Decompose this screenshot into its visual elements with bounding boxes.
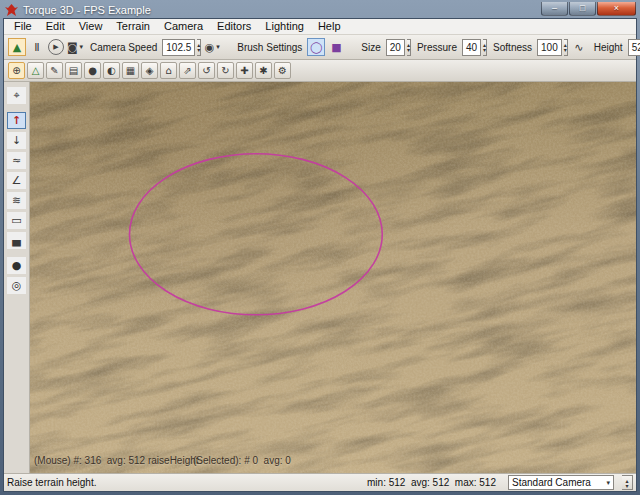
grab-terrain-icon: ⌖ <box>13 89 19 102</box>
height-input[interactable]: 520 <box>628 39 640 56</box>
rotate-cw-icon: ↻ <box>221 65 229 76</box>
gear-icon: ⚙ <box>278 65 287 76</box>
status-bar: Raise terrain height. min: 512 avg: 512 … <box>4 473 636 491</box>
terrain-editor-icon: ▲ <box>13 41 21 54</box>
smooth-button[interactable]: ≈ <box>7 152 26 169</box>
set-height-icon: ▄ <box>12 234 20 247</box>
stamp-tool-button[interactable]: ◈ <box>141 62 158 79</box>
maximize-button[interactable]: □ <box>569 2 596 16</box>
flatten-button[interactable]: ▭ <box>7 212 26 229</box>
smooth-slope-button[interactable]: ∠ <box>7 172 26 189</box>
grid-tool-button[interactable]: ▦ <box>122 62 139 79</box>
paint-tool-button[interactable]: ▤ <box>65 62 82 79</box>
spin-down-icon: ▾ <box>483 47 486 52</box>
camera-mode-spinner[interactable]: ▴ ▾ <box>622 475 633 490</box>
menu-lighting[interactable]: Lighting <box>258 19 311 34</box>
box-brush-button[interactable]: ■ <box>327 38 345 56</box>
camera-speed-input[interactable]: 102.5 <box>162 39 195 56</box>
pause-button[interactable]: Ⅱ <box>28 38 46 56</box>
rotate-ccw-button[interactable]: ↺ <box>198 62 215 79</box>
play-button[interactable]: ▶ <box>48 39 64 55</box>
app-window: Torque 3D - FPS Example – □ × File Edit … <box>0 0 640 495</box>
menu-view[interactable]: View <box>72 19 110 34</box>
smooth-slope-icon: ∠ <box>12 174 22 187</box>
set-height-button[interactable]: ▄ <box>7 232 26 249</box>
flatten-icon: ▭ <box>11 214 21 227</box>
camera-speed-spinner[interactable]: ▴ ▾ <box>197 39 201 56</box>
menu-file[interactable]: File <box>7 19 39 34</box>
menu-edit[interactable]: Edit <box>39 19 72 34</box>
play-icon: ▶ <box>53 43 58 51</box>
spin-down-icon: ▾ <box>407 47 410 52</box>
shelter-tool-button[interactable]: ⌂ <box>160 62 177 79</box>
camera-speed-label: Camera Speed <box>90 42 157 53</box>
minimize-button[interactable]: – <box>541 2 568 16</box>
wireframe-tool-button[interactable]: △ <box>27 62 44 79</box>
cross-tool-button[interactable]: ✚ <box>236 62 253 79</box>
restore-terrain-icon: ◎ <box>12 279 22 292</box>
menu-camera[interactable]: Camera <box>157 19 210 34</box>
eye-icon: ◉ <box>205 41 215 54</box>
stamp-icon: ◈ <box>146 65 154 76</box>
rotate-cw-button[interactable]: ↻ <box>217 62 234 79</box>
rotate-ccw-icon: ↺ <box>202 65 210 76</box>
shelter-icon: ⌂ <box>165 65 171 76</box>
falloff-curve-icon: ∿ <box>574 41 583 54</box>
zoom-tool-button[interactable]: ⊕ <box>8 62 25 79</box>
falloff-curve-button[interactable]: ∿ <box>570 38 588 56</box>
cross-icon: ✚ <box>240 65 248 76</box>
settings-tool-button[interactable]: ⚙ <box>274 62 291 79</box>
grab-terrain-button[interactable]: ⌖ <box>7 87 26 104</box>
pencil-icon: ✎ <box>50 65 58 76</box>
menu-editors[interactable]: Editors <box>210 19 258 34</box>
terrain-render <box>30 82 636 473</box>
dome-brush-button[interactable]: ◐ <box>103 62 120 79</box>
camera-menu-button[interactable]: ◙ ▾ <box>66 38 84 56</box>
height-label: Height <box>594 42 623 53</box>
box-brush-icon: ■ <box>331 41 341 54</box>
camera-mode-dropdown[interactable]: Standard Camera ▾ <box>508 475 614 490</box>
spin-down-icon: ▾ <box>564 47 567 52</box>
pencil-tool-button[interactable]: ✎ <box>46 62 63 79</box>
spin-down-icon: ▾ <box>197 47 200 52</box>
sphere-brush-button[interactable]: ● <box>84 62 101 79</box>
paint-noise-icon: ≋ <box>12 194 21 207</box>
lower-height-button[interactable]: ↓ <box>7 132 26 149</box>
camera-icon: ◙ <box>67 41 78 54</box>
paint-noise-button[interactable]: ≋ <box>7 192 26 209</box>
clear-terrain-icon: ● <box>12 259 22 272</box>
softness-label: Softness <box>493 42 532 53</box>
title-bar[interactable]: Torque 3D - FPS Example – □ × <box>0 0 640 18</box>
menu-terrain[interactable]: Terrain <box>109 19 157 34</box>
visibility-menu-button[interactable]: ◉ ▾ <box>203 38 221 56</box>
softness-spinner[interactable]: ▴ ▾ <box>564 39 568 56</box>
client-area: File Edit View Terrain Camera Editors Li… <box>3 18 637 492</box>
scatter-icon: ✱ <box>259 65 267 76</box>
terrain-viewport[interactable]: (Mouse) #: 316 avg: 512 raiseHeight (Sel… <box>30 82 636 473</box>
softness-input[interactable]: 100 <box>537 39 562 56</box>
dome-icon: ◐ <box>107 65 116 76</box>
circle-brush-button[interactable]: ◯ <box>307 38 325 56</box>
menu-help[interactable]: Help <box>311 19 348 34</box>
terrain-editor-button[interactable]: ▲ <box>8 38 26 56</box>
ramp-tool-button[interactable]: ⇗ <box>179 62 196 79</box>
window-controls: – □ × <box>541 2 636 16</box>
torque-logo-icon <box>5 4 18 16</box>
terrain-range-stats: min: 512 avg: 512 max: 512 <box>367 477 496 488</box>
restore-terrain-button[interactable]: ◎ <box>7 277 26 294</box>
scatter-tool-button[interactable]: ✱ <box>255 62 272 79</box>
clear-terrain-button[interactable]: ● <box>7 257 26 274</box>
lower-height-icon: ↓ <box>12 134 21 147</box>
sphere-icon: ● <box>88 65 97 76</box>
close-button[interactable]: × <box>597 2 636 16</box>
raise-height-icon: ↑ <box>12 114 21 127</box>
main-toolbar: ▲ Ⅱ ▶ ◙ ▾ Camera Speed 102.5 ▴ ▾ ◉ ▾ <box>4 35 636 60</box>
smooth-icon: ≈ <box>12 154 21 167</box>
raise-height-button[interactable]: ↑ <box>7 112 26 129</box>
chevron-down-icon: ▾ <box>216 43 220 51</box>
brush-size-spinner[interactable]: ▴ ▾ <box>407 39 411 56</box>
pressure-spinner[interactable]: ▴ ▾ <box>483 39 487 56</box>
brush-size-input[interactable]: 20 <box>386 39 405 56</box>
pressure-input[interactable]: 40 <box>462 39 481 56</box>
spin-down-icon: ▾ <box>625 483 628 488</box>
